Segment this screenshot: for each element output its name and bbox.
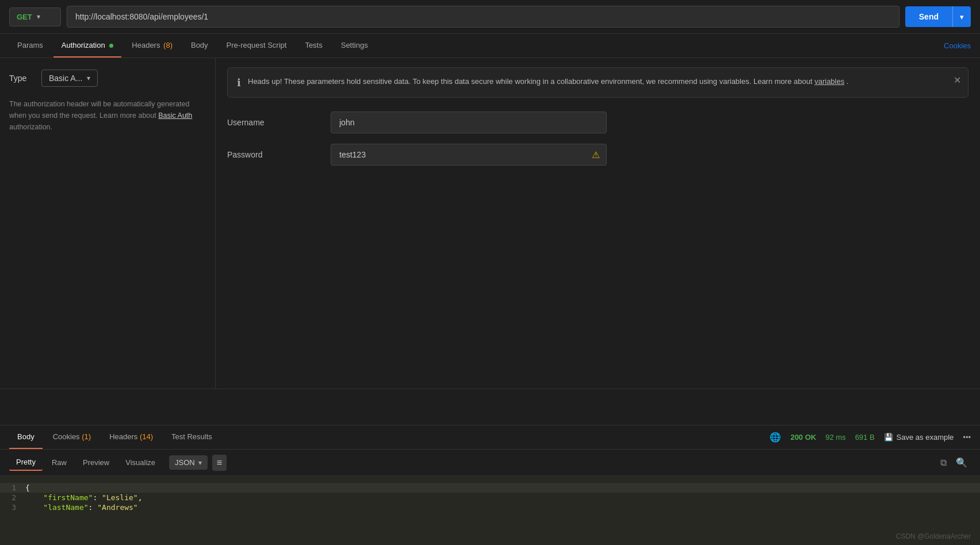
resp-tab-cookies[interactable]: Cookies (1) [45,425,99,449]
line-num-2: 2 [0,493,25,502]
method-label: GET [17,13,32,21]
method-dropdown[interactable]: GET ▾ [9,7,61,26]
basic-auth-link[interactable]: Basic Auth [158,112,192,120]
view-tab-pretty[interactable]: Pretty [9,454,43,471]
tab-prerequest[interactable]: Pre-request Script [219,34,295,57]
word-wrap-button[interactable]: ≡ [212,455,227,471]
auth-left-panel: Type Basic A... ▾ The authorization head… [0,58,216,389]
line-num-1: 1 [0,483,25,492]
variables-link[interactable]: variables [814,77,844,86]
line-num-3: 3 [0,503,25,512]
tab-headers[interactable]: Headers (8) [124,34,181,57]
cookies-link[interactable]: Cookies [944,41,971,50]
more-options-button[interactable]: ••• [963,433,971,442]
tab-authorization[interactable]: Authorization [53,34,122,57]
response-tabs: Body Cookies (1) Headers (14) Test Resul… [0,425,980,450]
username-input[interactable] [331,112,607,133]
status-time: 92 ms [825,433,845,442]
tab-settings[interactable]: Settings [333,34,376,57]
tab-params[interactable]: Params [9,34,51,57]
password-field-row: Password ⚠ [227,144,968,166]
type-chevron-icon: ▾ [87,74,90,82]
password-input[interactable] [331,144,607,166]
response-section: Body Cookies (1) Headers (14) Test Resul… [0,425,980,545]
close-banner-button[interactable]: ✕ [954,75,961,86]
info-icon: ℹ [237,76,241,89]
tab-tests[interactable]: Tests [297,34,330,57]
resp-tab-body[interactable]: Body [9,425,43,449]
password-label: Password [227,150,331,159]
top-bar: GET ▾ Send ▾ [0,0,980,34]
status-ok: 200 OK [790,433,816,442]
resp-tab-test-results[interactable]: Test Results [163,425,220,449]
request-tabs: Params Authorization Headers (8) Body Pr… [0,34,980,58]
tab-body[interactable]: Body [183,34,216,57]
send-button[interactable]: Send [905,6,952,27]
view-tab-preview[interactable]: Preview [76,455,116,470]
type-value: Basic A... [49,74,82,83]
auth-right-panel: ℹ Heads up! These parameters hold sensit… [216,58,980,389]
status-area: 🌐 200 OK 92 ms 691 B 💾 Save as example •… [770,432,971,443]
line-content-3: "lastName": "Andrews" [25,503,138,512]
auth-description: The authorization header will be automat… [9,98,206,133]
view-tab-raw[interactable]: Raw [45,455,74,470]
username-label: Username [227,118,331,127]
code-area: 1 { 2 "firstName": "Leslie", 3 "lastName… [0,476,980,545]
line-content-1: { [25,483,30,492]
code-line-2: 2 "firstName": "Leslie", [0,493,980,502]
status-size: 691 B [855,433,875,442]
save-example-button[interactable]: 💾 Save as example [884,433,954,442]
info-banner: ℹ Heads up! These parameters hold sensit… [227,67,968,98]
type-row: Type Basic A... ▾ [9,70,206,87]
watermark: CSDN @GoldenaArcher [896,532,971,540]
copy-button[interactable]: ⧉ [937,455,950,470]
resp-tab-headers[interactable]: Headers (14) [101,425,161,449]
code-line-1: 1 { [0,483,980,493]
view-tab-visualize[interactable]: Visualize [118,455,162,470]
globe-icon: 🌐 [770,432,781,443]
url-input[interactable] [67,6,899,28]
send-button-group: Send ▾ [905,6,971,27]
password-input-wrapper: ⚠ [331,144,607,166]
username-field-row: Username [227,112,968,133]
format-chevron-icon: ▾ [198,459,202,467]
info-banner-text: Heads up! These parameters hold sensitiv… [248,76,848,88]
chevron-down-icon: ▾ [37,13,40,21]
warning-icon: ⚠ [592,149,600,160]
format-label: JSON [175,458,195,467]
code-line-3: 3 "lastName": "Andrews" [0,502,980,512]
line-content-2: "firstName": "Leslie", [25,493,143,502]
save-icon: 💾 [884,433,893,442]
search-button[interactable]: 🔍 [952,455,971,470]
type-dropdown[interactable]: Basic A... ▾ [41,70,98,87]
auth-active-dot [109,44,113,48]
view-tabs: Pretty Raw Preview Visualize JSON ▾ ≡ ⧉ … [0,450,980,476]
send-dropdown-button[interactable]: ▾ [952,6,971,27]
save-example-label: Save as example [897,433,954,442]
auth-description-end: authorization. [9,123,52,131]
format-select[interactable]: JSON ▾ [169,455,208,470]
main-content: Type Basic A... ▾ The authorization head… [0,58,980,389]
type-label: Type [9,74,32,83]
